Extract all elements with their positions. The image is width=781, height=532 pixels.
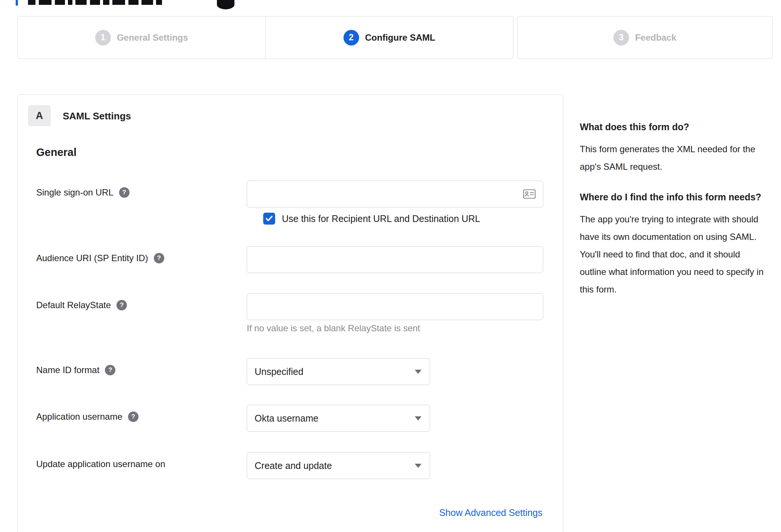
- caret-down-icon: [415, 370, 421, 374]
- sidebar-body-1: This form generates the XML needed for t…: [580, 140, 768, 175]
- clipped-title-glyph: [68, 0, 72, 5]
- clipped-title-glyph: [141, 0, 153, 5]
- clipped-title-glyph: [112, 0, 125, 5]
- name-id-format-label-text: Name ID format: [36, 365, 99, 375]
- recipient-url-checkbox[interactable]: [263, 213, 275, 225]
- help-icon[interactable]: ?: [119, 187, 130, 198]
- step-number-badge: 2: [343, 30, 359, 46]
- clipped-logo: [217, 0, 234, 9]
- checkbox-label: Use this for Recipient URL and Destinati…: [282, 213, 480, 224]
- sidebar-body-2: The app you're trying to integrate with …: [580, 210, 768, 298]
- relay-state-label-text: Default RelayState: [36, 300, 111, 310]
- selected-value: Create and update: [255, 460, 332, 471]
- application-username-label: Application username ?: [36, 411, 139, 422]
- sso-checkbox-row: Use this for Recipient URL and Destinati…: [263, 213, 480, 225]
- sso-url-field-wrap: [247, 181, 543, 207]
- help-icon[interactable]: ?: [105, 365, 115, 375]
- contact-card-icon[interactable]: [523, 189, 536, 199]
- group-title: General: [36, 146, 77, 159]
- clipped-title-glyph: [75, 0, 87, 5]
- selected-value: Okta username: [255, 413, 318, 424]
- clipped-title-glyph: [103, 0, 109, 5]
- caret-down-icon: [415, 416, 421, 420]
- clipped-title-glyph: [55, 0, 65, 5]
- clipped-cursor-bar: [16, 0, 18, 6]
- clipped-title-glyph: [39, 0, 52, 5]
- help-icon[interactable]: ?: [116, 300, 127, 310]
- relay-state-field-wrap: [247, 293, 543, 320]
- sso-url-label: Single sign-on URL ?: [36, 187, 130, 198]
- audience-uri-label: Audience URI (SP Entity ID) ?: [36, 253, 164, 263]
- section-title: SAML Settings: [63, 110, 131, 122]
- update-username-select[interactable]: Create and update: [247, 452, 430, 479]
- help-icon[interactable]: ?: [154, 253, 164, 263]
- update-username-label: Update application username on: [36, 459, 165, 469]
- application-username-select[interactable]: Okta username: [247, 405, 430, 432]
- clipped-title-glyph: [28, 0, 35, 5]
- relay-state-label: Default RelayState ?: [36, 300, 127, 310]
- step-label: General Settings: [117, 32, 188, 43]
- clipped-title-glyph: [156, 0, 162, 5]
- audience-uri-input[interactable]: [247, 246, 543, 273]
- step-feedback[interactable]: 3 Feedback: [517, 16, 772, 59]
- audience-uri-field-wrap: [247, 246, 543, 273]
- relay-state-helper-text: If no value is set, a blank RelayState i…: [247, 323, 420, 334]
- sidebar-heading-2: Where do I find the info this form needs…: [580, 190, 768, 204]
- show-advanced-settings-link[interactable]: Show Advanced Settings: [439, 507, 542, 518]
- step-label: Feedback: [635, 32, 676, 43]
- step-general-settings[interactable]: 1 General Settings: [18, 16, 265, 59]
- step-number-badge: 1: [95, 30, 111, 46]
- name-id-format-label: Name ID format ?: [36, 365, 115, 375]
- step-number-badge: 3: [613, 30, 629, 46]
- saml-settings-panel: A SAML Settings General Single sign-on U…: [18, 94, 563, 532]
- selected-value: Unspecified: [255, 366, 304, 377]
- clipped-title-glyph: [90, 0, 100, 5]
- section-badge: A: [28, 105, 51, 126]
- clipped-title-glyph: [128, 0, 139, 5]
- page: 1 General Settings 2 Configure SAML 3 Fe…: [0, 0, 781, 532]
- application-username-label-text: Application username: [36, 411, 122, 422]
- help-icon[interactable]: ?: [128, 411, 139, 422]
- audience-uri-label-text: Audience URI (SP Entity ID): [36, 253, 148, 263]
- name-id-format-select[interactable]: Unspecified: [247, 358, 430, 385]
- stepper-group-right: 3 Feedback: [517, 16, 773, 59]
- wizard-stepper: 1 General Settings 2 Configure SAML 3 Fe…: [18, 16, 773, 59]
- stepper-group-left: 1 General Settings 2 Configure SAML: [18, 16, 513, 59]
- sidebar-heading-1: What does this form do?: [580, 120, 768, 134]
- update-username-label-text: Update application username on: [36, 459, 165, 469]
- form-help-sidebar: What does this form do? This form genera…: [580, 120, 768, 313]
- sso-url-input[interactable]: [247, 181, 543, 207]
- sso-url-label-text: Single sign-on URL: [36, 187, 113, 198]
- step-label: Configure SAML: [365, 32, 435, 43]
- relay-state-input[interactable]: [247, 293, 543, 320]
- caret-down-icon: [415, 464, 421, 468]
- step-configure-saml[interactable]: 2 Configure SAML: [265, 16, 513, 59]
